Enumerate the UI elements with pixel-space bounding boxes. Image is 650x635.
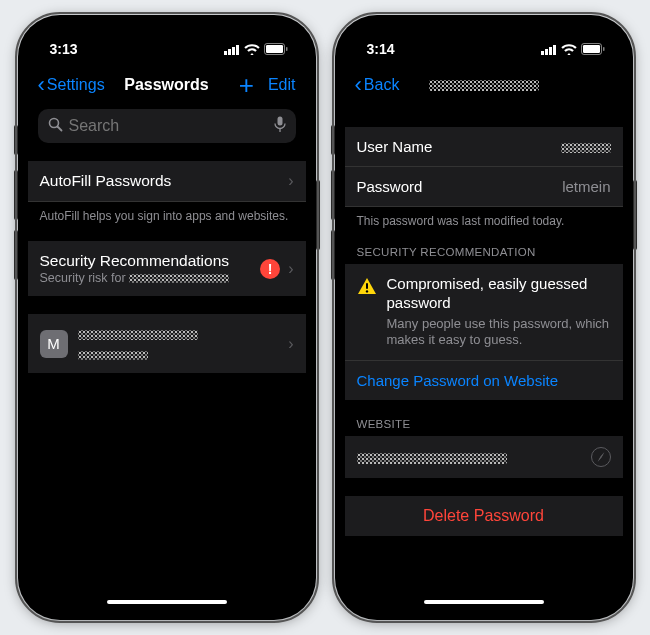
wifi-icon <box>244 44 260 55</box>
safari-icon[interactable] <box>591 447 611 467</box>
delete-password-button[interactable]: Delete Password <box>345 496 623 536</box>
chevron-left-icon: ‹ <box>38 74 45 96</box>
rec-description: Many people use this password, which mak… <box>387 316 611 350</box>
svg-rect-18 <box>366 283 368 289</box>
autofill-footer: AutoFill helps you sign into apps and we… <box>28 202 306 223</box>
svg-rect-13 <box>549 47 552 55</box>
search-input[interactable] <box>69 117 274 135</box>
svg-line-8 <box>57 126 61 130</box>
back-button[interactable]: ‹ Back <box>355 74 400 96</box>
modified-note: This password was last modified today. <box>345 207 623 228</box>
chevron-right-icon: › <box>288 335 293 353</box>
battery-icon <box>581 43 605 55</box>
svg-rect-9 <box>277 116 282 125</box>
search-field[interactable] <box>38 109 296 143</box>
chevron-left-icon: ‹ <box>355 74 362 96</box>
password-label: Password <box>357 178 423 195</box>
svg-rect-11 <box>541 51 544 55</box>
username-value <box>561 138 611 155</box>
change-password-label: Change Password on Website <box>357 372 559 389</box>
svg-rect-16 <box>583 45 600 53</box>
username-row[interactable]: User Name <box>345 127 623 167</box>
svg-rect-1 <box>228 49 231 55</box>
status-time: 3:14 <box>367 41 395 57</box>
autofill-label: AutoFill Passwords <box>40 172 172 190</box>
entry-site <box>78 325 283 342</box>
website-row[interactable] <box>345 436 623 478</box>
wifi-icon <box>561 44 577 55</box>
edit-button[interactable]: Edit <box>268 76 296 94</box>
svg-point-19 <box>365 290 367 292</box>
sec-rec-title: Security Recommendations <box>40 252 261 270</box>
home-indicator[interactable] <box>424 600 544 604</box>
sec-rec-header: SECURITY RECOMMENDATION <box>345 246 623 264</box>
change-password-link[interactable]: Change Password on Website <box>345 361 623 400</box>
chevron-right-icon: › <box>288 260 293 278</box>
svg-rect-2 <box>232 47 235 55</box>
svg-rect-12 <box>545 49 548 55</box>
home-indicator[interactable] <box>107 600 227 604</box>
website-header: WEBSITE <box>345 418 623 436</box>
site-icon: M <box>40 330 68 358</box>
sec-rec-subtitle: Security risk for <box>40 271 261 285</box>
recommendation-row: Compromised, easily guessed password Man… <box>345 264 623 361</box>
back-label: Settings <box>47 76 105 94</box>
rec-title: Compromised, easily guessed password <box>387 275 611 313</box>
svg-rect-5 <box>266 45 283 53</box>
password-value: letmein <box>562 178 610 195</box>
username-label: User Name <box>357 138 433 155</box>
mic-icon[interactable] <box>274 116 286 137</box>
svg-rect-0 <box>224 51 227 55</box>
password-row[interactable]: Password letmein <box>345 167 623 207</box>
search-icon <box>48 117 63 136</box>
entry-user <box>78 345 283 362</box>
notch <box>414 25 554 51</box>
svg-rect-17 <box>603 47 605 51</box>
autofill-passwords-row[interactable]: AutoFill Passwords › <box>28 161 306 202</box>
phone-left: 3:13 ‹ Settings Passwords + Edit <box>18 15 316 620</box>
security-recommendations-row[interactable]: Security Recommendations Security risk f… <box>28 241 306 296</box>
alert-icon: ! <box>260 259 280 279</box>
back-button[interactable]: ‹ Settings <box>38 74 105 96</box>
notch <box>97 25 237 51</box>
nav-bar: ‹ Settings Passwords + Edit <box>28 65 306 105</box>
back-label: Back <box>364 76 400 94</box>
warning-icon <box>357 277 377 298</box>
status-time: 3:13 <box>50 41 78 57</box>
delete-label: Delete Password <box>423 507 544 525</box>
battery-icon <box>264 43 288 55</box>
phone-right: 3:14 ‹ Back User Name <box>335 15 633 620</box>
website-value <box>357 449 507 466</box>
svg-rect-6 <box>286 47 288 51</box>
svg-rect-3 <box>236 45 239 55</box>
nav-bar: ‹ Back <box>345 65 623 105</box>
add-button[interactable]: + <box>239 72 254 98</box>
chevron-right-icon: › <box>288 172 293 190</box>
svg-rect-14 <box>553 45 556 55</box>
password-entry-row[interactable]: M › <box>28 314 306 373</box>
